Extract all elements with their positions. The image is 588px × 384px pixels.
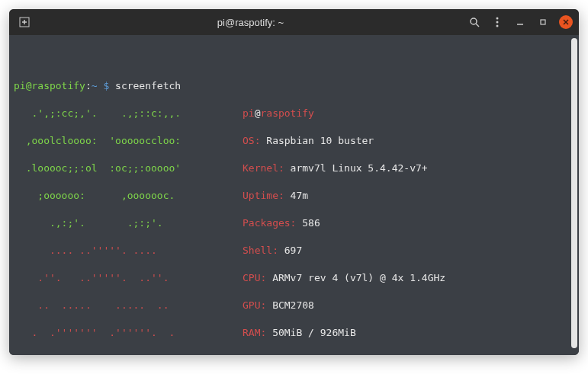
gpu-label: GPU: — [243, 299, 266, 311]
svg-rect-9 — [541, 20, 545, 24]
shell-value: 697 — [278, 245, 302, 256]
kernel-value: armv7l Linux 5.4.42-v7+ — [284, 162, 428, 174]
logo-line: . .''''''' .''''''. . — [14, 327, 175, 338]
logo-line: .',;:cc;,'. .,;::c:,,. — [14, 107, 181, 119]
titlebar: pi@raspotify: ~ — [9, 9, 579, 35]
svg-line-4 — [476, 24, 479, 27]
uptime-label: Uptime: — [243, 190, 284, 201]
logo-line: .... ..'''''. .... — [14, 245, 157, 256]
scrollbar[interactable] — [571, 38, 577, 348]
prompt-line-1: pi@raspotify:~ $ screenfetch — [14, 79, 574, 93]
prompt-user: pi@raspotify — [14, 80, 85, 91]
info-user: pi — [243, 107, 255, 119]
shell-label: Shell: — [243, 245, 278, 256]
logo-line: .,:;'. .;:;'. — [14, 217, 163, 229]
menu-icon[interactable] — [490, 15, 504, 29]
window-title: pi@raspotify: ~ — [34, 17, 468, 28]
prompt-path: ~ — [92, 80, 98, 91]
uptime-value: 47m — [284, 190, 308, 201]
logo-line: ,ooolcloooo: 'oooooccloo: — [14, 135, 181, 146]
packages-value: 586 — [296, 217, 320, 229]
window-controls — [468, 15, 573, 29]
terminal-body[interactable]: pi@raspotify:~ $ screenfetch .',;:cc;,'.… — [9, 35, 579, 355]
packages-label: Packages: — [243, 217, 296, 229]
command-text: screenfetch — [115, 80, 181, 91]
cpu-value: ARMv7 rev 4 (v7l) @ 4x 1.4GHz — [266, 272, 445, 283]
cpu-label: CPU: — [243, 272, 266, 283]
kernel-label: Kernel: — [243, 162, 284, 174]
logo-line: .looooc;;:ol :oc;;:ooooo' — [14, 162, 181, 174]
close-button[interactable] — [559, 15, 573, 29]
gpu-value: BCM2708 — [266, 299, 314, 311]
logo-line: .. ..... ..... .. — [14, 299, 169, 311]
logo-line: .''. ..'''''. ..''. — [14, 272, 169, 283]
os-value: Raspbian 10 buster — [260, 135, 374, 146]
info-host: raspotify — [260, 107, 313, 119]
logo-line: ;oooooo: ,ooooooc. — [14, 190, 175, 201]
ram-value: 50MiB / 926MiB — [266, 327, 355, 338]
logo-line: .'' .'''''''' .'''''''. ''. — [14, 354, 187, 355]
svg-point-5 — [496, 18, 499, 20]
terminal-window: pi@raspotify: ~ pi@raspotify:~ $ screenf… — [9, 9, 579, 355]
search-icon[interactable] — [468, 15, 481, 29]
prompt-sep: : — [85, 80, 92, 91]
ram-label: RAM: — [243, 327, 266, 338]
new-tab-icon[interactable] — [15, 17, 34, 27]
svg-point-3 — [471, 18, 477, 24]
os-label: OS: — [243, 135, 260, 146]
minimize-button[interactable] — [513, 15, 527, 29]
svg-point-6 — [496, 21, 499, 24]
maximize-button[interactable] — [536, 15, 550, 29]
svg-point-7 — [496, 25, 499, 27]
